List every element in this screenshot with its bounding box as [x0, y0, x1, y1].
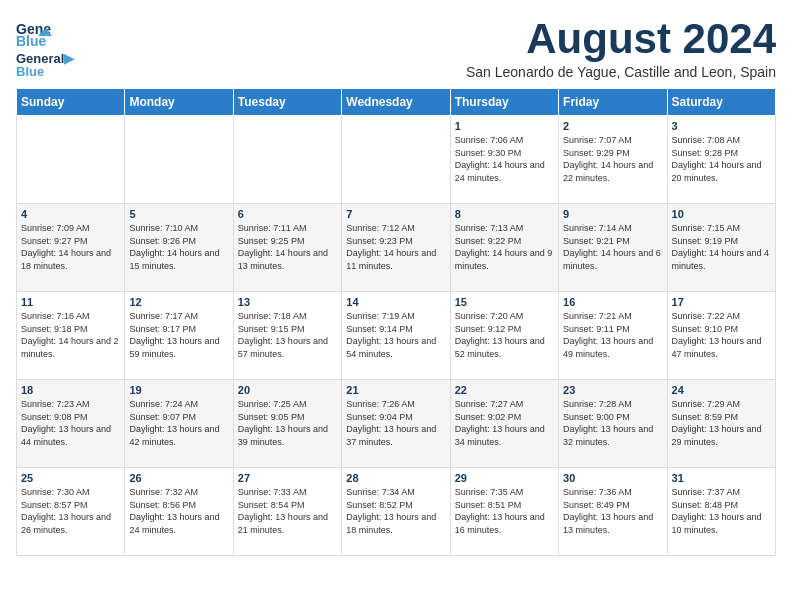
day-number: 25: [21, 472, 120, 484]
day-info: Sunrise: 7:34 AM Sunset: 8:52 PM Dayligh…: [346, 486, 445, 536]
calendar-cell: 12Sunrise: 7:17 AM Sunset: 9:17 PM Dayli…: [125, 292, 233, 380]
calendar-cell: 6Sunrise: 7:11 AM Sunset: 9:25 PM Daylig…: [233, 204, 341, 292]
day-info: Sunrise: 7:10 AM Sunset: 9:26 PM Dayligh…: [129, 222, 228, 272]
day-info: Sunrise: 7:06 AM Sunset: 9:30 PM Dayligh…: [455, 134, 554, 184]
calendar-cell: 10Sunrise: 7:15 AM Sunset: 9:19 PM Dayli…: [667, 204, 775, 292]
calendar-cell: 17Sunrise: 7:22 AM Sunset: 9:10 PM Dayli…: [667, 292, 775, 380]
day-info: Sunrise: 7:15 AM Sunset: 9:19 PM Dayligh…: [672, 222, 771, 272]
day-number: 4: [21, 208, 120, 220]
calendar-cell: 14Sunrise: 7:19 AM Sunset: 9:14 PM Dayli…: [342, 292, 450, 380]
day-info: Sunrise: 7:30 AM Sunset: 8:57 PM Dayligh…: [21, 486, 120, 536]
calendar-cell: 9Sunrise: 7:14 AM Sunset: 9:21 PM Daylig…: [559, 204, 667, 292]
calendar-cell: 20Sunrise: 7:25 AM Sunset: 9:05 PM Dayli…: [233, 380, 341, 468]
day-number: 5: [129, 208, 228, 220]
day-info: Sunrise: 7:13 AM Sunset: 9:22 PM Dayligh…: [455, 222, 554, 272]
calendar-cell: 30Sunrise: 7:36 AM Sunset: 8:49 PM Dayli…: [559, 468, 667, 556]
day-info: Sunrise: 7:19 AM Sunset: 9:14 PM Dayligh…: [346, 310, 445, 360]
weekday-header-sunday: Sunday: [17, 89, 125, 116]
calendar-cell: 11Sunrise: 7:16 AM Sunset: 9:18 PM Dayli…: [17, 292, 125, 380]
day-number: 16: [563, 296, 662, 308]
day-info: Sunrise: 7:25 AM Sunset: 9:05 PM Dayligh…: [238, 398, 337, 448]
day-info: Sunrise: 7:36 AM Sunset: 8:49 PM Dayligh…: [563, 486, 662, 536]
calendar-cell: [233, 116, 341, 204]
calendar-cell: 24Sunrise: 7:29 AM Sunset: 8:59 PM Dayli…: [667, 380, 775, 468]
calendar-cell: 21Sunrise: 7:26 AM Sunset: 9:04 PM Dayli…: [342, 380, 450, 468]
calendar-cell: 16Sunrise: 7:21 AM Sunset: 9:11 PM Dayli…: [559, 292, 667, 380]
day-number: 9: [563, 208, 662, 220]
day-number: 6: [238, 208, 337, 220]
logo: General Blue General▶ Blue: [16, 16, 74, 78]
day-info: Sunrise: 7:11 AM Sunset: 9:25 PM Dayligh…: [238, 222, 337, 272]
weekday-header-thursday: Thursday: [450, 89, 558, 116]
day-number: 29: [455, 472, 554, 484]
day-number: 8: [455, 208, 554, 220]
day-info: Sunrise: 7:28 AM Sunset: 9:00 PM Dayligh…: [563, 398, 662, 448]
day-number: 2: [563, 120, 662, 132]
day-number: 27: [238, 472, 337, 484]
weekday-header-friday: Friday: [559, 89, 667, 116]
day-number: 30: [563, 472, 662, 484]
calendar-week-2: 4Sunrise: 7:09 AM Sunset: 9:27 PM Daylig…: [17, 204, 776, 292]
day-info: Sunrise: 7:29 AM Sunset: 8:59 PM Dayligh…: [672, 398, 771, 448]
day-info: Sunrise: 7:32 AM Sunset: 8:56 PM Dayligh…: [129, 486, 228, 536]
calendar-cell: 25Sunrise: 7:30 AM Sunset: 8:57 PM Dayli…: [17, 468, 125, 556]
calendar-cell: 4Sunrise: 7:09 AM Sunset: 9:27 PM Daylig…: [17, 204, 125, 292]
day-info: Sunrise: 7:37 AM Sunset: 8:48 PM Dayligh…: [672, 486, 771, 536]
calendar-week-3: 11Sunrise: 7:16 AM Sunset: 9:18 PM Dayli…: [17, 292, 776, 380]
day-info: Sunrise: 7:18 AM Sunset: 9:15 PM Dayligh…: [238, 310, 337, 360]
day-number: 31: [672, 472, 771, 484]
calendar-cell: 18Sunrise: 7:23 AM Sunset: 9:08 PM Dayli…: [17, 380, 125, 468]
calendar-cell: 22Sunrise: 7:27 AM Sunset: 9:02 PM Dayli…: [450, 380, 558, 468]
day-number: 10: [672, 208, 771, 220]
calendar-cell: 26Sunrise: 7:32 AM Sunset: 8:56 PM Dayli…: [125, 468, 233, 556]
day-info: Sunrise: 7:20 AM Sunset: 9:12 PM Dayligh…: [455, 310, 554, 360]
calendar-week-5: 25Sunrise: 7:30 AM Sunset: 8:57 PM Dayli…: [17, 468, 776, 556]
day-info: Sunrise: 7:16 AM Sunset: 9:18 PM Dayligh…: [21, 310, 120, 360]
day-number: 7: [346, 208, 445, 220]
day-number: 13: [238, 296, 337, 308]
calendar-cell: 5Sunrise: 7:10 AM Sunset: 9:26 PM Daylig…: [125, 204, 233, 292]
day-number: 17: [672, 296, 771, 308]
day-number: 20: [238, 384, 337, 396]
calendar-cell: 15Sunrise: 7:20 AM Sunset: 9:12 PM Dayli…: [450, 292, 558, 380]
day-info: Sunrise: 7:26 AM Sunset: 9:04 PM Dayligh…: [346, 398, 445, 448]
day-number: 15: [455, 296, 554, 308]
day-number: 24: [672, 384, 771, 396]
weekday-header-saturday: Saturday: [667, 89, 775, 116]
calendar-cell: [342, 116, 450, 204]
calendar-cell: 1Sunrise: 7:06 AM Sunset: 9:30 PM Daylig…: [450, 116, 558, 204]
weekday-header-monday: Monday: [125, 89, 233, 116]
calendar-cell: 28Sunrise: 7:34 AM Sunset: 8:52 PM Dayli…: [342, 468, 450, 556]
day-number: 23: [563, 384, 662, 396]
day-number: 21: [346, 384, 445, 396]
svg-text:Blue: Blue: [16, 33, 47, 49]
weekday-header-row: SundayMondayTuesdayWednesdayThursdayFrid…: [17, 89, 776, 116]
day-info: Sunrise: 7:27 AM Sunset: 9:02 PM Dayligh…: [455, 398, 554, 448]
calendar-cell: 13Sunrise: 7:18 AM Sunset: 9:15 PM Dayli…: [233, 292, 341, 380]
calendar-cell: 29Sunrise: 7:35 AM Sunset: 8:51 PM Dayli…: [450, 468, 558, 556]
day-number: 22: [455, 384, 554, 396]
day-info: Sunrise: 7:22 AM Sunset: 9:10 PM Dayligh…: [672, 310, 771, 360]
title-block: August 2024 San Leonardo de Yague, Casti…: [466, 16, 776, 80]
day-info: Sunrise: 7:23 AM Sunset: 9:08 PM Dayligh…: [21, 398, 120, 448]
day-info: Sunrise: 7:21 AM Sunset: 9:11 PM Dayligh…: [563, 310, 662, 360]
day-info: Sunrise: 7:09 AM Sunset: 9:27 PM Dayligh…: [21, 222, 120, 272]
day-info: Sunrise: 7:17 AM Sunset: 9:17 PM Dayligh…: [129, 310, 228, 360]
day-number: 1: [455, 120, 554, 132]
calendar-cell: [17, 116, 125, 204]
day-info: Sunrise: 7:07 AM Sunset: 9:29 PM Dayligh…: [563, 134, 662, 184]
day-number: 18: [21, 384, 120, 396]
day-info: Sunrise: 7:08 AM Sunset: 9:28 PM Dayligh…: [672, 134, 771, 184]
calendar-cell: 19Sunrise: 7:24 AM Sunset: 9:07 PM Dayli…: [125, 380, 233, 468]
day-info: Sunrise: 7:12 AM Sunset: 9:23 PM Dayligh…: [346, 222, 445, 272]
weekday-header-tuesday: Tuesday: [233, 89, 341, 116]
weekday-header-wednesday: Wednesday: [342, 89, 450, 116]
day-info: Sunrise: 7:24 AM Sunset: 9:07 PM Dayligh…: [129, 398, 228, 448]
day-number: 14: [346, 296, 445, 308]
subtitle: San Leonardo de Yague, Castille and Leon…: [466, 64, 776, 80]
month-title: August 2024: [466, 16, 776, 62]
day-number: 12: [129, 296, 228, 308]
calendar-table: SundayMondayTuesdayWednesdayThursdayFrid…: [16, 88, 776, 556]
day-number: 19: [129, 384, 228, 396]
calendar-week-4: 18Sunrise: 7:23 AM Sunset: 9:08 PM Dayli…: [17, 380, 776, 468]
